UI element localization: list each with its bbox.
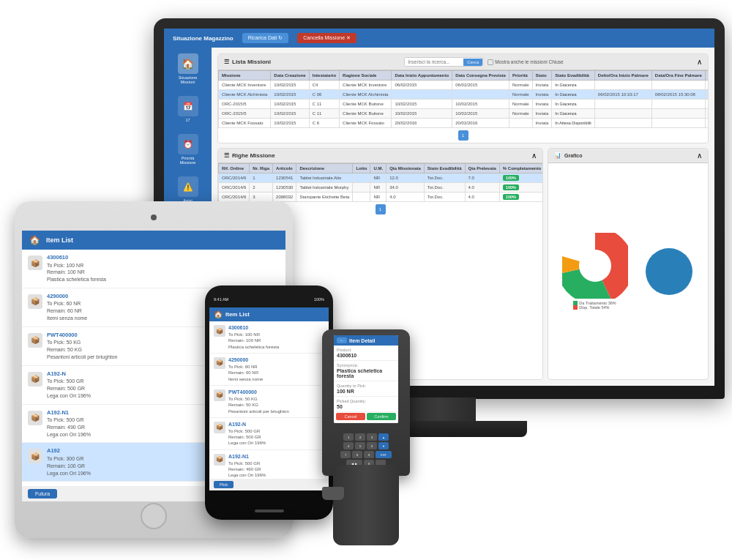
refresh-btn[interactable]: Ricarica Dati ↻	[242, 33, 289, 43]
pct-badge: 100%	[499, 173, 542, 183]
scanner-field: Synonym/a: Plastica scheletica foresta	[334, 361, 398, 381]
scene: Situazione Magazzino Ricarica Dati ↻ Can…	[0, 0, 732, 560]
col-priorita: Priorità	[509, 71, 532, 81]
field-value: 100 NR	[337, 389, 395, 394]
item-icon: 📦	[214, 454, 225, 466]
scanner-confirm-btn[interactable]: Confirm	[367, 413, 396, 420]
priority-icon: ⏰	[178, 134, 198, 154]
table-cell: 10/02/2015	[271, 119, 309, 128]
sidebar-item-0[interactable]: 🏠 SituazioneMissioni	[178, 53, 198, 84]
sidebar-label-0: SituazioneMissioni	[179, 75, 198, 84]
tablet-home-icon[interactable]: 🏠	[29, 235, 40, 245]
item-icon: 📦	[214, 422, 225, 433]
righe-table-container: Rif. Online Nr. Riga Articolo Descrizion…	[218, 163, 542, 202]
key-down[interactable]: ▼	[378, 442, 389, 449]
col-nr-riga: Nr. Riga	[250, 164, 273, 173]
table-cell: C 06	[309, 90, 339, 100]
item-text: A192-N1 To Pick: 500 GR Remain: 490 GR L…	[228, 453, 266, 479]
scanner-fields: Product: 4300610 Synonym/a: Plastica sch…	[334, 346, 398, 423]
col-stato-evad: Stato Evadibilità	[552, 71, 595, 81]
table-cell: NR	[370, 183, 386, 193]
table-cell: Inviata	[532, 90, 552, 100]
list-item[interactable]: 📦 PWT400000 To Pick: 50 KG Remain: 50 KG…	[209, 386, 329, 418]
tablet-home-button[interactable]	[141, 503, 167, 529]
cancel-mission-btn[interactable]: Cancella Missione ✕	[297, 33, 356, 43]
key-enter[interactable]: ENT	[376, 451, 392, 458]
key-up[interactable]: ▲	[378, 433, 389, 441]
item-detail3: Pesantoni articoli per briughton	[228, 408, 289, 414]
table-cell: Tablet Industriale Morphy	[296, 183, 353, 193]
item-detail2: Remain: 100 NR	[228, 337, 279, 343]
app-title: Situazione Magazzino	[173, 35, 234, 42]
phone-list: 📦 4300610 To Pick: 100 NR Remain: 100 NR…	[209, 321, 329, 479]
item-detail2: Remain: 500 GR	[228, 434, 266, 440]
table-cell: Tot.Doc.	[424, 183, 465, 193]
phone-plck-btn[interactable]: Plck	[214, 481, 234, 488]
table-cell: 08/02/2015 15:30:08	[651, 90, 705, 100]
table-cell: Normale	[509, 109, 532, 119]
list-item[interactable]: 📦 4300610 To Pick: 100 NR Remain: 100 NR…	[22, 250, 285, 288]
collapse-chart[interactable]: ∧	[697, 152, 702, 160]
table-cell: 12.0	[386, 173, 425, 183]
search-input[interactable]	[405, 58, 463, 66]
table-cell	[651, 100, 705, 109]
item-detail2: Remain: 60 NR	[228, 370, 263, 376]
table-cell: S.D.A.	[705, 109, 708, 119]
table-cell	[705, 81, 708, 90]
list-item[interactable]: 📦 A192-N To Pick: 500 GR Remain: 500 GR …	[209, 418, 329, 450]
phone-app: 🏠 Item List 📦 4300610 To Pick: 100 NR Re…	[209, 307, 329, 490]
tablet-title: Item List	[46, 236, 73, 244]
list-item[interactable]: 📦 4290000 To Pick: 60 NR Remain: 60 NR I…	[209, 354, 329, 386]
col-data-ora-fine: Data/Ora Fine Palmare	[651, 71, 705, 81]
phone-statusbar: 9:41 AM 100%	[205, 297, 333, 302]
tablet-topbar: 🏠 Item List	[22, 231, 285, 250]
item-detail3: Plastica scheletica foresta	[228, 344, 279, 350]
alert-icon: ⚠️	[178, 176, 198, 197]
table-cell: Inviata	[532, 109, 552, 119]
phone-home-indicator[interactable]	[255, 509, 284, 512]
calendar-icon: 📅	[178, 96, 198, 116]
list-item[interactable]: 📦 4300610 To Pick: 100 NR Remain: 100 NR…	[209, 321, 329, 354]
item-detail3: Lega con Ori 196%	[228, 472, 266, 478]
table-cell: Inviata	[532, 81, 552, 90]
table-cell: ORC-2015/5	[219, 100, 271, 109]
item-detail1: To Pick: 500 GR	[228, 460, 266, 466]
search-button[interactable]: Cerca	[463, 59, 482, 66]
key-9[interactable]: 9	[364, 451, 374, 458]
table-cell: Cliente MCK Inventore	[219, 81, 271, 90]
list-item[interactable]: 📦 A192-N1 To Pick: 500 GR Remain: 490 GR…	[209, 450, 329, 479]
key-1[interactable]: 1	[343, 433, 354, 441]
phone-home-icon[interactable]: 🏠	[214, 310, 223, 318]
scanner-trigger[interactable]	[322, 487, 344, 500]
key-2[interactable]: 2	[355, 433, 365, 441]
key-7[interactable]: 7	[340, 451, 351, 458]
key-8[interactable]: 8	[352, 451, 362, 458]
key-4[interactable]: 4	[343, 442, 354, 449]
table-cell: 7.0	[465, 173, 499, 183]
key-3[interactable]: 3	[367, 433, 377, 441]
scanner-cancel-btn[interactable]: Cancel	[336, 413, 365, 420]
mission-list-title: ☰ Lista Missioni	[224, 59, 271, 65]
righe-pager-btn-1[interactable]: 1	[376, 204, 386, 214]
col-stato-evad-r: Stato Evadibilità	[424, 164, 465, 173]
show-closed-checkbox[interactable]	[488, 59, 493, 65]
field-label: Picked Quantity:	[337, 399, 395, 403]
collapse-mission-list[interactable]: ∧	[697, 58, 702, 66]
col-articolo: Articolo	[273, 164, 296, 173]
key-6[interactable]: 6	[367, 442, 377, 449]
item-detail2: Remain: 490 GR	[228, 466, 266, 472]
tablet-futura-btn[interactable]: Futura	[28, 489, 57, 499]
pager-btn-1[interactable]: 1	[458, 130, 468, 141]
mission-pager: 1	[218, 128, 708, 143]
scanner-screen: ← Item Detail Product: 4300610 Synonym/a…	[334, 335, 398, 423]
chart-panel: 📊 Grafico ∧	[548, 148, 709, 380]
key-5[interactable]: 5	[355, 442, 365, 449]
sidebar-item-1[interactable]: 📅 17	[178, 96, 198, 122]
table-cell	[651, 119, 705, 128]
item-icon: 📦	[28, 294, 42, 309]
sidebar-item-2[interactable]: ⏰ PrioritàMissione	[178, 134, 198, 165]
collapse-righe[interactable]: ∧	[531, 152, 537, 160]
scanner-back-btn[interactable]: ←	[337, 337, 347, 343]
item-icon: 📦	[214, 389, 225, 401]
scanner-field: Picked Quantity: 50	[334, 397, 398, 412]
